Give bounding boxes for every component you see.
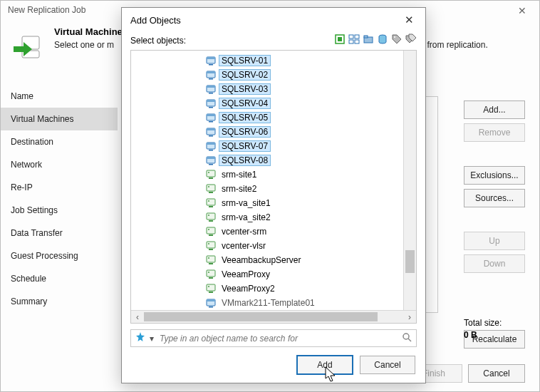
server-icon [205, 197, 217, 209]
wizard-step-schedule[interactable]: Schedule [1, 267, 118, 290]
svg-rect-52 [207, 242, 215, 248]
close-icon[interactable]: ✕ [400, 14, 418, 26]
total-size: Total size: 0 B [464, 317, 525, 341]
svg-point-60 [208, 272, 209, 273]
tree-item-label: SQLSRV-07 [219, 141, 270, 151]
svg-rect-65 [207, 299, 215, 301]
tree-item[interactable]: VeeambackupServer [131, 253, 416, 267]
search-star-icon[interactable] [135, 332, 145, 344]
svg-rect-27 [209, 121, 213, 123]
sources-button[interactable]: Sources... [464, 189, 525, 207]
chevron-down-icon[interactable]: ▾ [150, 334, 154, 344]
wizard-step-summary[interactable]: Summary [1, 290, 118, 313]
tree-item[interactable]: srm-va_site2 [131, 210, 416, 225]
svg-rect-50 [209, 234, 213, 236]
server-icon [205, 226, 217, 237]
svg-point-39 [208, 172, 209, 173]
wizard-step-destination[interactable]: Destination [1, 130, 118, 153]
down-button: Down [464, 254, 525, 273]
tree-item-label: srm-va_site2 [219, 212, 273, 222]
exclusions-button[interactable]: Exclusions... [464, 166, 525, 185]
close-icon[interactable]: ✕ [511, 4, 534, 18]
tree-item[interactable]: SQLSRV-05 [131, 110, 416, 125]
wizard-step-guest-processing[interactable]: Guest Processing [1, 244, 118, 267]
scroll-right-icon[interactable]: › [403, 312, 416, 322]
tree-item[interactable]: srm-site1 [131, 167, 416, 182]
object-tree-body[interactable]: SQLSRV-01SQLSRV-02SQLSRV-03SQLSRV-04SQLS… [131, 51, 416, 310]
view-datastores-icon[interactable] [377, 33, 388, 47]
search-icon[interactable] [402, 332, 412, 344]
svg-point-45 [208, 200, 209, 202]
server-icon [205, 269, 217, 280]
view-folders-icon[interactable] [363, 33, 374, 47]
svg-rect-20 [207, 86, 215, 88]
svg-rect-5 [349, 35, 353, 38]
server-icon [205, 183, 217, 195]
tree-item[interactable]: vcenter-srm [131, 225, 416, 239]
svg-rect-56 [209, 263, 213, 264]
svg-rect-58 [207, 270, 215, 277]
vertical-scrollbar[interactable] [403, 51, 416, 310]
svg-rect-23 [207, 100, 215, 102]
wizard-step-data-transfer[interactable]: Data Transfer [1, 222, 118, 244]
svg-rect-59 [209, 277, 213, 279]
view-hosts-icon[interactable] [334, 33, 346, 47]
vm-icon [205, 69, 217, 81]
tree-item[interactable]: SQLSRV-08 [131, 153, 416, 167]
dialog-add-button[interactable]: Add [297, 356, 353, 374]
tree-item[interactable]: vcenter-vlsr [131, 239, 416, 253]
svg-point-12 [394, 36, 395, 38]
cancel-button[interactable]: Cancel [468, 364, 525, 383]
wizard-step-network[interactable]: Network [1, 153, 118, 176]
view-multitags-icon[interactable] [405, 33, 417, 47]
svg-rect-30 [209, 135, 213, 137]
horizontal-scrollbar[interactable]: ‹ › [131, 310, 416, 323]
tree-item-label: vcenter-srm [219, 227, 269, 237]
server-icon [205, 283, 217, 294]
tree-item[interactable]: SQLSRV-03 [131, 82, 416, 96]
tree-item[interactable]: srm-va_site1 [131, 196, 416, 210]
vm-icon [205, 55, 217, 66]
svg-rect-14 [207, 57, 215, 59]
tree-item[interactable]: SQLSRV-04 [131, 96, 416, 110]
vm-icon [205, 83, 217, 95]
svg-rect-66 [209, 306, 213, 308]
svg-point-67 [403, 334, 409, 339]
tree-item[interactable]: SQLSRV-02 [131, 68, 416, 82]
tree-item[interactable]: SQLSRV-06 [131, 125, 416, 139]
scroll-left-icon[interactable]: ‹ [131, 312, 144, 322]
search-box[interactable]: ▾ [130, 329, 417, 347]
wizard-step-re-ip[interactable]: Re-IP [1, 176, 118, 199]
view-vms-icon[interactable] [348, 33, 360, 47]
vm-icon [205, 155, 217, 166]
tree-item-label: srm-site2 [219, 184, 259, 194]
tree-item-label: SQLSRV-01 [219, 56, 270, 66]
wizard-steps: NameVirtual MachinesDestinationNetworkRe… [1, 85, 118, 313]
tree-item-label: SQLSRV-02 [219, 70, 270, 80]
vm-icon [205, 140, 217, 152]
tree-item[interactable]: srm-site2 [131, 182, 416, 196]
svg-rect-33 [209, 150, 213, 151]
svg-rect-38 [209, 177, 213, 179]
svg-rect-26 [207, 114, 215, 116]
tree-item[interactable]: VeeamProxy [131, 267, 416, 282]
view-tags-icon[interactable] [391, 33, 403, 47]
tree-item[interactable]: SQLSRV-01 [131, 53, 416, 68]
view-mode-icons [334, 33, 417, 47]
tree-item[interactable]: SQLSRV-07 [131, 139, 416, 153]
add-button[interactable]: Add... [464, 100, 525, 119]
tree-item[interactable]: VeeamProxy2 [131, 282, 416, 296]
remove-button: Remove [464, 123, 525, 142]
search-input[interactable] [158, 333, 398, 344]
total-size-label: Total size: [464, 317, 525, 329]
svg-rect-53 [209, 249, 213, 250]
dialog-cancel-button[interactable]: Cancel [360, 356, 415, 374]
wizard-step-virtual-machines[interactable]: Virtual Machines [1, 108, 118, 130]
svg-rect-49 [207, 227, 215, 234]
total-size-value: 0 B [464, 329, 525, 341]
tree-item[interactable]: VMmark211-Template01 [131, 296, 416, 310]
wizard-step-name[interactable]: Name [1, 85, 118, 108]
tree-item-label: SQLSRV-08 [219, 155, 270, 165]
vm-icon [205, 112, 217, 123]
wizard-step-job-settings[interactable]: Job Settings [1, 199, 118, 222]
